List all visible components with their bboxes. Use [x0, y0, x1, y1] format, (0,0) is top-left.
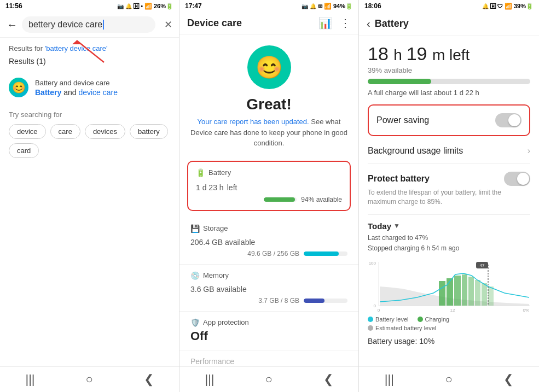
app-protection-section[interactable]: 🛡️ App protection Off [179, 312, 358, 350]
notification-icon: 🔔 [125, 3, 132, 9]
more-icon[interactable]: ⋮ [340, 16, 351, 30]
result-item[interactable]: 😊 Battery and device care Battery and de… [9, 72, 170, 103]
protect-header: Protect battery [368, 172, 530, 186]
nav-bar-2: ||| ○ ❮ [179, 366, 358, 392]
device-care-icon: 😊 [12, 81, 26, 94]
last-charged: Last charged to 47% [368, 233, 530, 243]
legend-charging-text: Charging [425, 316, 450, 323]
back-button[interactable]: ← [7, 19, 18, 31]
try-searching-label: Try searching for [9, 110, 170, 119]
today-label: Today [368, 221, 391, 231]
battery-label: Battery [208, 168, 231, 177]
power-saving-section[interactable]: Power saving [368, 104, 530, 136]
great-text: Great! [246, 96, 291, 113]
memory-used: 3.7 GB / 8 GB [258, 297, 299, 305]
whatsapp-icon: 🅆 [134, 3, 139, 9]
today-header: Today ▼ [368, 221, 530, 231]
storage-icon: 💾 [190, 224, 200, 233]
legend-estimated: Estimated battery level [368, 325, 436, 331]
nav-home-button-3[interactable]: ○ [445, 372, 452, 387]
memory-bar-row: 3.7 GB / 8 GB [190, 297, 347, 305]
nav-home-button-1[interactable]: ○ [85, 372, 92, 387]
mail-icon: ✉ [318, 3, 322, 9]
battery-care-section[interactable]: 🔋 Battery 1 d 23 h left 94% available [187, 161, 351, 211]
svg-rect-10 [447, 278, 453, 306]
svg-text:0%: 0% [523, 308, 529, 313]
status-bar-3: 18:06 🔔 🅆 🛡 📶 39%🔋 [359, 0, 539, 12]
device-care-body: 😊 Great! Your care report has been updat… [179, 34, 358, 366]
svg-text:100: 100 [369, 261, 376, 266]
storage-bar-row: 49.6 GB / 256 GB [190, 250, 347, 258]
battery-link[interactable]: Battery [35, 88, 61, 97]
battery-back-button[interactable]: ‹ [367, 17, 370, 30]
text-cursor [103, 20, 104, 30]
memory-label-row: 💿 Memory [190, 271, 347, 280]
signal-bars: 📶 26%🔋 [144, 3, 173, 10]
svg-rect-13 [468, 277, 474, 306]
today-sub: Last charged to 47% Stopped charging 6 h… [368, 233, 530, 254]
perf-label: Performance [190, 357, 347, 366]
chip-devices[interactable]: devices [85, 124, 125, 139]
shield-icon: 🛡️ [190, 318, 200, 327]
result-subtitle: Battery and device care [35, 88, 118, 97]
battery-bar-row: 94% available [196, 196, 342, 203]
protect-icon: 🛡 [497, 3, 503, 9]
storage-label-row: 💾 Storage [190, 224, 347, 233]
wifi-icon-3: 🅆 [490, 3, 496, 9]
nav-menu-button-2[interactable]: ||| [205, 372, 214, 387]
bg-usage-row[interactable]: Background usage limits › [368, 138, 530, 164]
chip-card[interactable]: card [9, 143, 39, 158]
chip-battery[interactable]: battery [130, 124, 168, 139]
battery-chart-svg: 100 0 0 12 0% [368, 259, 530, 314]
nav-menu-button-1[interactable]: ||| [25, 372, 34, 387]
battery-time-display: 18 h 19 m left [368, 44, 530, 64]
signal-bar-3: 📶 39%🔋 [505, 3, 534, 10]
legend-battery-text: Battery level [375, 316, 409, 323]
stopped-charging: Stopped charging 6 h 54 m ago [368, 243, 530, 254]
memory-fill [304, 299, 324, 303]
camera-icon: 📷 [117, 3, 124, 9]
search-input-wrap: bettery device care [22, 16, 155, 33]
nav-menu-button-3[interactable]: ||| [385, 372, 394, 387]
battery-avail-text: 94% available [301, 196, 342, 203]
signal-dot: • [141, 3, 143, 9]
nav-back-button-3[interactable]: ❮ [503, 372, 513, 387]
power-saving-toggle[interactable] [495, 113, 521, 127]
battery-title: Battery [375, 18, 409, 30]
dropdown-arrow-icon[interactable]: ▼ [393, 222, 400, 230]
bg-usage-label: Background usage limits [368, 146, 463, 156]
storage-section[interactable]: 💾 Storage 206.4 GB available 49.6 GB / 2… [179, 218, 358, 265]
protect-toggle[interactable] [504, 172, 530, 186]
nav-back-button-1[interactable]: ❮ [144, 372, 154, 387]
chart-icon[interactable]: 📊 [318, 16, 332, 30]
memory-section[interactable]: 💿 Memory 3.6 GB available 3.7 GB / 8 GB [179, 265, 358, 312]
nav-home-button-2[interactable]: ○ [265, 372, 272, 387]
protect-battery-section[interactable]: Protect battery To extend the lifespan o… [368, 164, 530, 215]
status-icons-1: 📷 🔔 🅆 • 📶 26%🔋 [117, 3, 173, 10]
device-care-panel: 17:47 📷 🔔 ✉ 📶 94%🔋 Device care 📊 ⋮ 😊 Gre… [179, 0, 359, 392]
svg-rect-15 [482, 283, 487, 306]
power-saving-label: Power saving [376, 115, 429, 125]
chip-care[interactable]: care [50, 124, 80, 139]
device-care-link[interactable]: device care [78, 88, 118, 97]
legend-battery-level: Battery level [368, 316, 409, 323]
protect-title: Protect battery [368, 174, 430, 184]
memory-label: Memory [203, 271, 229, 279]
wifi-icon-2: 📶 94%🔋 [324, 3, 353, 10]
status-bar-2: 17:47 📷 🔔 ✉ 📶 94%🔋 [179, 0, 358, 12]
search-input-text[interactable]: bettery device care [28, 20, 102, 30]
smiley-emoji: 😊 [256, 55, 283, 80]
chip-device[interactable]: device [9, 124, 46, 139]
battery-time: 1 d 23 h left [196, 179, 237, 194]
battery-panel: 18:06 🔔 🅆 🛡 📶 39%🔋 ‹ Battery 18 h 19 m l… [359, 0, 539, 392]
time-2: 17:47 [185, 2, 202, 10]
nav-bar-1: ||| ○ ❮ [0, 366, 179, 392]
battery-usage-text: Battery usage: 10% [368, 337, 530, 346]
time-1: 11:56 [5, 2, 22, 10]
nav-back-button-2[interactable]: ❮ [323, 372, 333, 387]
chip-row-2: card [9, 143, 170, 158]
clear-button[interactable]: ✕ [164, 19, 172, 31]
status-icons-2: 📷 🔔 ✉ 📶 94%🔋 [302, 3, 353, 10]
protect-desc: To extend the lifespan of your battery, … [368, 188, 530, 207]
storage-used: 49.6 GB / 256 GB [247, 250, 299, 258]
